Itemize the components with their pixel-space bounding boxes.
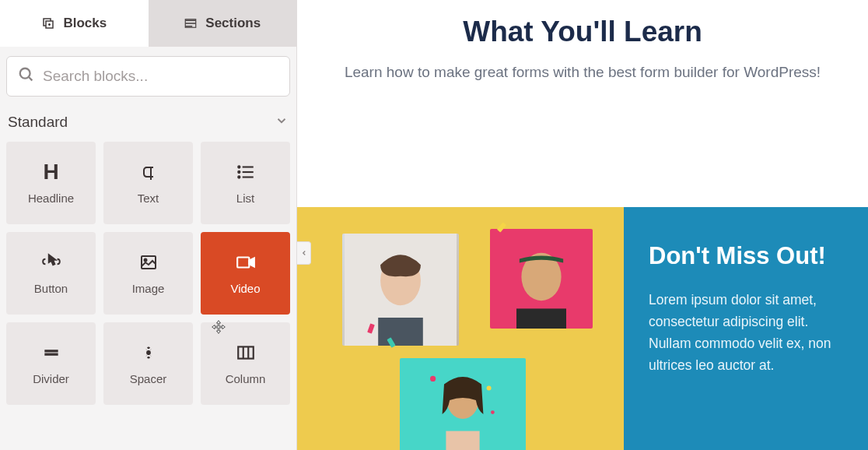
hero-title: What You'll Learn [328,16,837,48]
photo-collage [297,207,624,450]
collapse-sidebar-handle[interactable] [297,241,311,265]
svg-rect-15 [237,257,249,267]
svg-rect-19 [238,346,254,358]
block-text[interactable]: Text [103,142,193,224]
svg-point-10 [238,166,240,167]
svg-point-14 [144,258,146,261]
search-icon [18,66,35,86]
video-icon [236,252,256,272]
content-band: Don't Miss Out! Lorem ipsum dolor sit am… [297,207,868,450]
svg-rect-30 [446,431,479,450]
sidebar-tabs: Blocks Sections [0,0,296,47]
image-icon [138,252,159,272]
hero-subtitle: Learn how to make great forms with the b… [328,64,837,81]
block-image[interactable]: Image [103,232,193,315]
tab-sections[interactable]: Sections [149,0,297,47]
chevron-down-icon [275,114,289,131]
tab-blocks-label: Blocks [63,16,107,31]
block-label: Headline [28,192,74,205]
headline-icon: H [41,162,61,182]
sections-icon [184,16,198,30]
block-label: Video [230,282,260,295]
move-cursor-icon [211,319,226,338]
photo-person-1 [342,234,459,346]
photo-person-3 [400,358,526,450]
search-input[interactable] [43,68,278,85]
sidebar-panel: Blocks Sections Standard H [0,0,297,450]
block-spacer[interactable]: Spacer [103,322,193,405]
block-label: Button [34,282,68,295]
block-button[interactable]: Button [6,232,96,315]
block-label: Spacer [130,372,167,385]
block-label: Image [132,282,165,295]
svg-point-11 [238,171,240,172]
block-label: Text [138,192,159,205]
photo-person-2 [490,229,593,329]
block-headline[interactable]: H Headline [6,142,96,224]
svg-point-33 [491,410,495,414]
callout-body: Lorem ipsum dolor sit amet, consectetur … [649,289,843,376]
callout-title: Don't Miss Out! [649,242,843,270]
callout-panel: Don't Miss Out! Lorem ipsum dolor sit am… [624,207,868,450]
block-label: Divider [33,372,69,385]
svg-rect-27 [516,308,566,329]
search-container [0,47,296,109]
column-icon [236,343,256,363]
tab-sections-label: Sections [205,16,261,31]
svg-rect-24 [378,318,423,346]
block-divider[interactable]: Divider [6,322,96,405]
svg-line-6 [29,77,33,81]
category-header[interactable]: Standard [6,109,290,142]
svg-point-32 [487,385,492,390]
category-title: Standard [8,114,68,131]
spacer-icon [138,343,159,363]
blocks-icon [41,16,55,30]
svg-point-18 [147,351,150,354]
list-icon [236,162,256,182]
search-box[interactable] [6,56,290,97]
category-standard: Standard H Headline Text [0,109,296,405]
blocks-grid: H Headline Text List [6,142,290,405]
block-list[interactable]: List [201,142,290,224]
block-label: Column [226,372,266,385]
block-label: List [236,192,254,205]
divider-icon [41,343,61,363]
svg-point-12 [238,176,240,178]
hero-section: What You'll Learn Learn how to make grea… [297,0,868,112]
button-icon [41,252,61,272]
text-icon [138,162,159,182]
svg-point-31 [430,376,436,381]
canvas-preview[interactable]: What You'll Learn Learn how to make grea… [297,0,868,450]
block-video[interactable]: Video [201,232,290,315]
svg-point-5 [20,69,30,79]
tab-blocks[interactable]: Blocks [0,0,149,47]
